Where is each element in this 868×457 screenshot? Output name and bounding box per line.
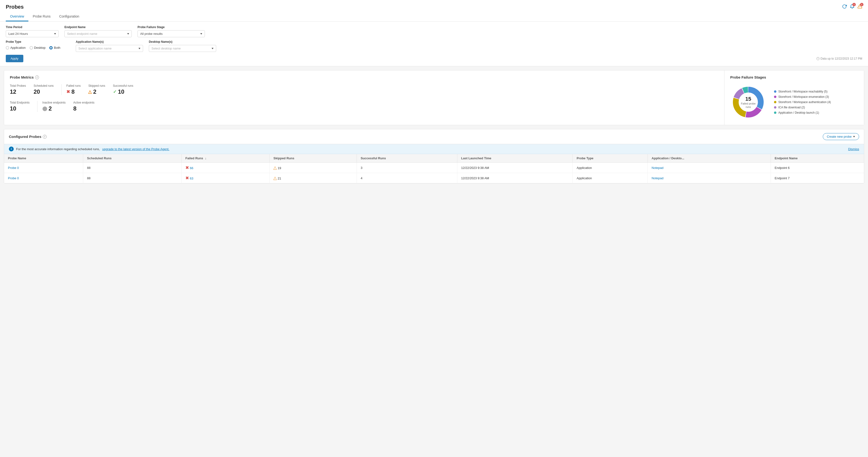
info-banner-left: i For the most accurate information rega…	[9, 146, 169, 151]
scheduled-runs-value: 20	[34, 89, 54, 95]
row0-last-launched: 12/22/2023 9:38 AM	[457, 163, 572, 173]
total-probes-value: 12	[10, 89, 26, 95]
legend-dot-4	[774, 111, 776, 114]
row1-skipped-runs: △ 21	[270, 173, 357, 183]
col-failed-runs[interactable]: Failed Runs ↓	[181, 154, 269, 163]
desktop-names-chevron	[212, 48, 214, 49]
probes-table: Probe Name Scheduled Runs Failed Runs ↓ …	[4, 154, 864, 183]
row1-app-desktop: Notepad	[648, 173, 771, 183]
time-period-select[interactable]: Last 24 Hours	[6, 30, 59, 37]
probe-failure-stage-select[interactable]: All probe results	[137, 30, 205, 37]
failed-runs-value: ✖ 8	[66, 89, 81, 95]
row0-skipped-runs: △ 19	[270, 163, 357, 173]
endpoint-name-placeholder: Select endpoint name	[67, 32, 97, 36]
row1-app-desktop-link[interactable]: Notepad	[652, 176, 663, 180]
endpoint-name-select[interactable]: Select endpoint name	[64, 30, 132, 37]
scheduled-runs-metric: Scheduled runs 20	[34, 84, 61, 95]
row1-failed-runs-link[interactable]: 63	[190, 176, 193, 180]
row0-skipped-icon: △	[273, 165, 277, 170]
nav-tabs: Overview Probe Runs Configuration	[6, 12, 862, 21]
active-endpoints-metric: Active endpoints 8	[73, 101, 102, 112]
desktop-names-select[interactable]: Select desktop name	[149, 45, 216, 52]
apply-button[interactable]: Apply	[6, 55, 23, 62]
col-probe-name: Probe Name	[4, 154, 83, 163]
successful-runs-value: ✓ 10	[113, 89, 133, 95]
skipped-runs-metric: Skipped runs △ 2	[88, 84, 113, 95]
row0-failed-runs-link[interactable]: 66	[190, 166, 193, 170]
inactive-endpoints-icon: ⬤	[42, 106, 47, 111]
total-probes-label: Total Probes	[10, 84, 26, 88]
timestamp-text: Data up to 12/22/2023 12:17 PM	[820, 57, 862, 60]
legend-dot-2	[774, 101, 776, 103]
refresh-icon[interactable]	[842, 4, 847, 10]
col-scheduled-runs: Scheduled Runs	[83, 154, 182, 163]
legend-dot-1	[774, 96, 776, 98]
legend-label-3: ICA file download (2)	[778, 106, 805, 109]
time-period-chevron	[54, 33, 56, 35]
skipped-runs-label: Skipped runs	[88, 84, 105, 88]
col-successful-runs: Successful Runs	[357, 154, 457, 163]
donut-chart: 15 Failed probe runs	[730, 84, 766, 120]
desktop-names-filter: Desktop Name(s) Select desktop name	[149, 40, 216, 52]
total-endpoints-value: 10	[10, 105, 30, 112]
tab-configuration[interactable]: Configuration	[55, 12, 84, 21]
probe-failure-stage-value: All probe results	[140, 32, 162, 36]
probe-failure-stage-filter: Probe Failure Stage All probe results	[137, 26, 205, 37]
radio-desktop[interactable]: Desktop	[30, 46, 46, 50]
create-probe-chevron	[853, 136, 855, 137]
row0-probe-name-link[interactable]: Probe 0	[8, 166, 19, 170]
successful-runs-icon: ✓	[113, 89, 117, 94]
tab-overview[interactable]: Overview	[6, 12, 28, 21]
radio-desktop-circle	[30, 46, 33, 50]
failed-runs-icon: ✖	[66, 89, 70, 94]
probe-type-label: Probe Type	[6, 40, 60, 43]
notifications-icon[interactable]: 1	[850, 4, 855, 10]
inactive-endpoints-value: ⬤ 2	[42, 105, 66, 112]
total-probes-metric: Total Probes 12	[10, 84, 34, 95]
radio-both[interactable]: Both	[49, 46, 60, 50]
info-banner-text: For the most accurate information regard…	[16, 147, 100, 151]
donut-container: 15 Failed probe runs Storefront / Worksp…	[730, 84, 858, 120]
table-header-row: Probe Name Scheduled Runs Failed Runs ↓ …	[4, 154, 864, 163]
successful-runs-metric: Successful runs ✓ 10	[113, 84, 141, 95]
row1-skipped-icon: △	[273, 176, 277, 181]
row0-failed-icon: ✖	[185, 165, 189, 170]
application-names-placeholder: Select application name	[79, 46, 112, 50]
filter-section: Time Period Last 24 Hours Endpoint Name …	[0, 22, 868, 66]
legend-item-0: Storefront / Workspace reachability (5)	[774, 90, 831, 93]
endpoint-name-chevron	[127, 33, 129, 35]
row0-app-desktop-link[interactable]: Notepad	[652, 166, 663, 170]
legend-label-1: Storefront / Workspace enumeration (3)	[778, 95, 829, 99]
skipped-runs-icon: △	[88, 89, 92, 94]
tab-probe-runs[interactable]: Probe Runs	[28, 12, 55, 21]
configured-probes-info-icon[interactable]: i	[43, 135, 46, 139]
create-probe-button[interactable]: Create new probe	[823, 133, 859, 140]
total-endpoints-label: Total Endpoints	[10, 101, 30, 104]
info-banner-icon: i	[9, 146, 14, 151]
desktop-names-label: Desktop Name(s)	[149, 40, 216, 43]
legend-dot-0	[774, 90, 776, 93]
legend-dot-3	[774, 106, 776, 108]
warning-icon[interactable]: 1	[858, 4, 862, 10]
failed-runs-label: Failed runs	[66, 84, 81, 88]
row1-probe-type: Application	[573, 173, 648, 183]
page-header: Probes 1 1	[0, 0, 868, 22]
radio-both-label: Both	[54, 46, 60, 50]
application-names-select[interactable]: Select application name	[76, 45, 143, 52]
endpoint-name-label: Endpoint Name	[64, 26, 132, 29]
col-skipped-runs: Skipped Runs	[270, 154, 357, 163]
legend-item-3: ICA file download (2)	[774, 106, 831, 109]
legend-item-1: Storefront / Workspace enumeration (3)	[774, 95, 831, 99]
info-banner-link[interactable]: upgrade to the latest version of the Pro…	[102, 147, 169, 151]
row1-probe-name-link[interactable]: Probe 0	[8, 176, 19, 180]
col-probe-type: Probe Type	[573, 154, 648, 163]
radio-application[interactable]: Application	[6, 46, 26, 50]
row0-probe-type: Application	[573, 163, 648, 173]
failed-runs-metric: Failed runs ✖ 8	[61, 84, 88, 95]
dismiss-button[interactable]: Dismiss	[848, 147, 859, 151]
endpoint-name-filter: Endpoint Name Select endpoint name	[64, 26, 132, 37]
configured-probes-title: Configured Probes i	[9, 135, 46, 139]
page-title: Probes	[6, 4, 24, 10]
time-period-filter: Time Period Last 24 Hours	[6, 26, 59, 37]
probe-metrics-info-icon[interactable]: i	[35, 75, 39, 79]
